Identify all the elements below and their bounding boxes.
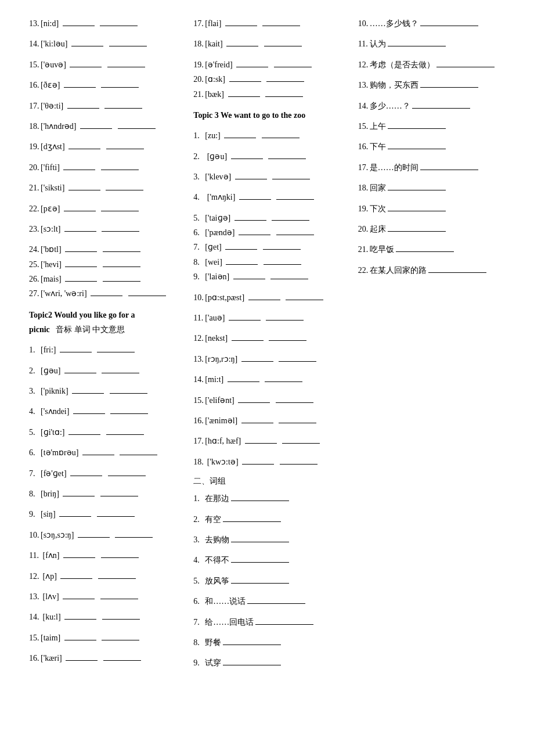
blank-word[interactable]	[80, 128, 112, 129]
blank-meaning[interactable]	[270, 279, 308, 279]
blank-word[interactable]	[60, 352, 92, 352]
blank-word[interactable]	[242, 464, 274, 465]
blank-meaning[interactable]	[120, 455, 157, 455]
blank-word[interactable]	[68, 434, 100, 435]
blank-word[interactable]	[226, 264, 258, 265]
blank-word[interactable]	[65, 267, 97, 267]
blank-answer[interactable]	[420, 170, 478, 170]
blank-meaning[interactable]	[97, 516, 135, 517]
blank-meaning[interactable]	[102, 619, 140, 620]
blank-word[interactable]	[229, 81, 261, 82]
blank-meaning[interactable]	[100, 496, 138, 496]
blank-answer[interactable]	[388, 211, 446, 211]
blank-meaning[interactable]	[282, 443, 320, 444]
blank-word[interactable]	[226, 46, 258, 46]
blank-meaning[interactable]	[264, 264, 301, 265]
blank-word[interactable]	[248, 300, 280, 300]
blank-word[interactable]	[236, 67, 268, 67]
blank-word[interactable]	[60, 578, 92, 579]
blank-meaning[interactable]	[264, 46, 302, 46]
blank-word[interactable]	[231, 159, 263, 159]
blank-word[interactable]	[70, 67, 102, 67]
blank-word[interactable]	[235, 179, 267, 179]
blank-word[interactable]	[78, 537, 110, 538]
blank-meaning[interactable]	[109, 46, 147, 46]
blank-answer[interactable]	[428, 272, 486, 273]
blank-meaning[interactable]	[128, 296, 166, 296]
blank-word[interactable]	[241, 361, 273, 362]
blank-word[interactable]	[91, 296, 122, 296]
blank-answer[interactable]	[231, 542, 289, 542]
blank-word[interactable]	[228, 381, 259, 382]
blank-meaning[interactable]	[103, 660, 141, 661]
blank-meaning[interactable]	[118, 128, 156, 129]
blank-meaning[interactable]	[106, 190, 143, 190]
blank-meaning[interactable]	[262, 138, 300, 138]
blank-meaning[interactable]	[97, 352, 135, 352]
blank-meaning[interactable]	[101, 557, 139, 558]
blank-meaning[interactable]	[272, 179, 310, 179]
blank-word[interactable]	[224, 138, 256, 138]
blank-meaning[interactable]	[274, 67, 312, 67]
blank-word[interactable]	[64, 373, 96, 373]
blank-meaning[interactable]	[286, 300, 323, 300]
blank-answer[interactable]	[396, 251, 454, 252]
blank-word[interactable]	[64, 640, 96, 640]
blank-meaning[interactable]	[279, 423, 316, 423]
blank-meaning[interactable]	[115, 537, 153, 538]
blank-word[interactable]	[71, 46, 103, 46]
blank-word[interactable]	[59, 516, 91, 517]
blank-answer[interactable]	[420, 26, 478, 26]
blank-meaning[interactable]	[262, 26, 300, 26]
blank-word[interactable]	[234, 220, 266, 221]
blank-meaning[interactable]	[104, 108, 142, 109]
blank-word[interactable]	[225, 26, 257, 26]
blank-word[interactable]	[232, 340, 264, 341]
blank-word[interactable]	[63, 557, 95, 558]
blank-word[interactable]	[73, 413, 105, 414]
blank-meaning[interactable]	[106, 434, 144, 435]
blank-word[interactable]	[82, 455, 114, 455]
blank-meaning[interactable]	[103, 267, 140, 267]
blank-answer[interactable]	[436, 67, 495, 67]
blank-answer[interactable]	[223, 645, 281, 645]
blank-meaning[interactable]	[269, 340, 306, 341]
blank-word[interactable]	[241, 423, 273, 423]
blank-word[interactable]	[72, 393, 104, 394]
blank-meaning[interactable]	[263, 249, 301, 250]
blank-word[interactable]	[63, 170, 95, 170]
blank-meaning[interactable]	[101, 170, 139, 170]
blank-meaning[interactable]	[102, 373, 139, 373]
blank-word[interactable]	[63, 26, 95, 26]
blank-word[interactable]	[229, 320, 261, 321]
blank-word[interactable]	[64, 211, 96, 211]
blank-meaning[interactable]	[276, 199, 314, 200]
blank-answer[interactable]	[412, 108, 470, 109]
blank-meaning[interactable]	[279, 361, 316, 362]
blank-answer[interactable]	[388, 46, 446, 46]
blank-word[interactable]	[239, 199, 271, 200]
blank-word[interactable]	[233, 279, 265, 279]
blank-word[interactable]	[245, 443, 277, 444]
blank-meaning[interactable]	[276, 402, 313, 403]
blank-meaning[interactable]	[103, 251, 140, 252]
blank-meaning[interactable]	[268, 159, 306, 159]
blank-meaning[interactable]	[272, 220, 309, 221]
blank-word[interactable]	[225, 249, 257, 250]
blank-word[interactable]	[64, 231, 96, 232]
blank-word[interactable]	[68, 149, 100, 149]
blank-answer[interactable]	[247, 603, 305, 604]
blank-answer[interactable]	[223, 521, 281, 522]
blank-meaning[interactable]	[98, 578, 136, 579]
blank-word[interactable]	[63, 496, 95, 496]
blank-meaning[interactable]	[102, 640, 139, 640]
blank-meaning[interactable]	[101, 87, 139, 88]
blank-answer[interactable]	[231, 562, 289, 563]
blank-meaning[interactable]	[280, 464, 317, 465]
blank-word[interactable]	[63, 599, 95, 599]
blank-word[interactable]	[66, 660, 98, 661]
blank-answer[interactable]	[388, 231, 446, 232]
blank-word[interactable]	[228, 96, 260, 97]
blank-meaning[interactable]	[106, 149, 144, 149]
blank-meaning[interactable]	[266, 81, 304, 82]
